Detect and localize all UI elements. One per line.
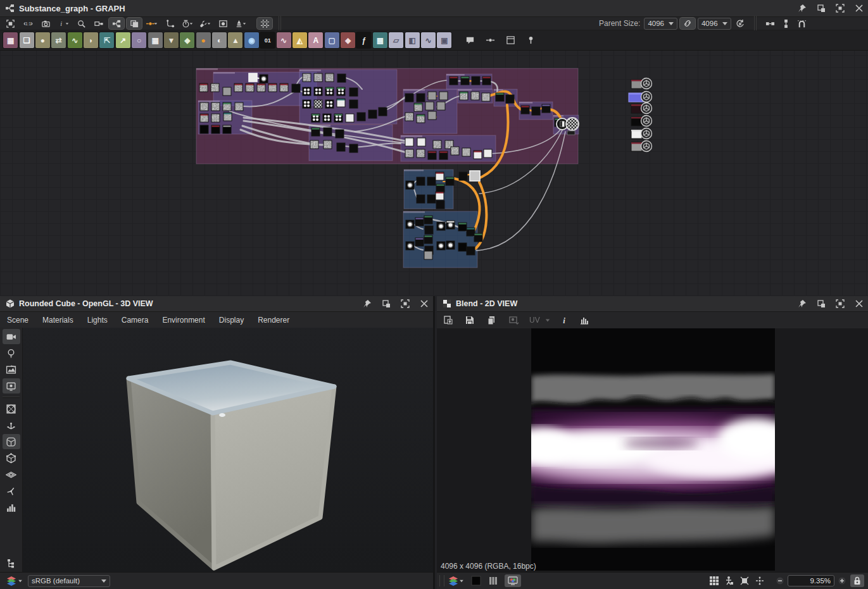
zoom-in-button[interactable] [835, 574, 849, 587]
pin-icon[interactable] [797, 299, 807, 309]
palette-mirror-button[interactable]: ◭ [292, 32, 307, 48]
color-layers-icon[interactable] [6, 576, 16, 586]
colorspace-select[interactable]: sRGB (default) [28, 575, 110, 587]
frame-select-button[interactable] [3, 18, 18, 29]
palette-bitmap-button[interactable]: ▦ [3, 32, 18, 48]
lock-zoom-icon[interactable] [850, 574, 864, 587]
palette-generator-curve-button[interactable]: ∿ [421, 32, 436, 48]
palette-generator-gradient-button[interactable]: ◧ [405, 32, 420, 48]
layers-color-icon[interactable] [448, 576, 458, 586]
actual-size-move-icon[interactable] [753, 574, 767, 587]
menu-environment[interactable]: Environment [155, 312, 211, 328]
menu-materials[interactable]: Materials [35, 312, 80, 328]
light-bulb-button[interactable] [3, 345, 20, 361]
environment-image-button[interactable] [3, 362, 20, 377]
thumbnail-image-button[interactable] [215, 18, 230, 29]
grid-snap-button[interactable] [257, 18, 272, 29]
palette-levels-button[interactable]: ▲ [228, 32, 242, 48]
palette-text-button[interactable]: A [308, 32, 323, 48]
palette-transformation-button[interactable]: ⇱ [99, 32, 114, 48]
palette-frame-node-button[interactable] [504, 34, 518, 47]
screenshot-camera-button[interactable] [38, 18, 53, 29]
palette-grayscale-conversion-button[interactable]: ◐ [212, 32, 227, 48]
rgb-monitor-icon[interactable] [505, 574, 521, 587]
display-monitor-button[interactable] [3, 378, 20, 394]
graph-view-button[interactable] [109, 18, 124, 29]
mannequin-icon[interactable] [722, 574, 736, 587]
palette-gradient-axial-button[interactable]: ● [196, 32, 211, 48]
palette-gradient-map-button[interactable]: ◆ [180, 32, 194, 48]
save-image-icon[interactable] [462, 314, 477, 326]
palette-pin-node-button[interactable] [524, 34, 538, 47]
close-icon[interactable] [419, 299, 429, 309]
maximize-icon[interactable] [400, 299, 410, 309]
palette-fx-map-button[interactable]: ▦ [148, 32, 163, 48]
menu-display[interactable]: Display [212, 312, 251, 328]
tools-wrench-button[interactable] [198, 18, 213, 29]
palette-gradient-linear-button[interactable]: ▼ [164, 32, 179, 48]
palette-transformation-2d-button[interactable]: ▢ [325, 32, 339, 48]
clean-brush-button[interactable] [233, 18, 248, 29]
menu-renderer[interactable]: Renderer [251, 312, 296, 328]
palette-blend-button[interactable]: ❏ [20, 32, 34, 48]
drag-handle[interactable] [439, 575, 444, 586]
palette-generator-square-button[interactable]: ▣ [437, 32, 451, 48]
snap-magnet-button[interactable] [797, 19, 807, 28]
copy-image-icon[interactable] [484, 314, 499, 326]
layers-stack-button[interactable] [127, 18, 142, 29]
palette-comment-bubble-button[interactable] [463, 34, 477, 47]
geometry-plane-grid-button[interactable] [3, 401, 20, 416]
palette-directional-blur-button[interactable]: ◗ [84, 32, 98, 48]
camera-video-button[interactable] [3, 329, 20, 344]
palette-value-processor-button[interactable]: ƒ [356, 32, 371, 48]
palette-directional-warp-button[interactable]: ↗ [116, 32, 130, 48]
scene-tree-icon[interactable] [3, 555, 20, 571]
compute-timer-button[interactable] [180, 18, 195, 29]
menu-scene[interactable]: Scene [0, 312, 35, 328]
zoom-level-input[interactable] [788, 575, 834, 586]
info-display-button[interactable]: i [56, 18, 71, 29]
fit-view-icon[interactable] [738, 574, 752, 587]
pin-icon[interactable] [362, 299, 372, 309]
geometry-fan-button[interactable] [3, 483, 20, 499]
actual-size-button[interactable]: 1:1 [20, 18, 35, 29]
info-icon[interactable]: i [557, 314, 572, 326]
export-image-icon[interactable] [441, 314, 456, 326]
palette-uniform-color-button[interactable]: ◆ [341, 32, 355, 48]
dot-link-orange-button[interactable] [144, 18, 160, 29]
zoom-out-button[interactable] [773, 574, 787, 587]
parent-height-select[interactable]: 4096 [698, 18, 731, 30]
palette-generator-svg-button[interactable]: ▱ [389, 32, 403, 48]
histogram-icon[interactable] [577, 314, 592, 326]
palette-curve-button[interactable]: ∿ [68, 32, 82, 48]
reset-size-button[interactable] [733, 18, 748, 29]
menu-lights[interactable]: Lights [80, 312, 115, 328]
palette-dot-node-button[interactable] [484, 34, 498, 47]
grid-tiles-icon[interactable] [707, 574, 721, 587]
spread-horizontal-button[interactable] [765, 19, 775, 28]
spread-vertical-button[interactable] [781, 19, 791, 28]
geometry-rounded-cube-button[interactable] [3, 434, 20, 449]
elbow-link-button[interactable] [162, 18, 177, 29]
palette-bit-depth-01-button[interactable]: 01 [260, 32, 275, 48]
search-button[interactable] [73, 18, 89, 29]
stats-bars-button[interactable] [3, 500, 20, 515]
geometry-cube-button[interactable] [3, 450, 20, 466]
graph-canvas[interactable] [0, 51, 868, 296]
menu-camera[interactable]: Camera [115, 312, 156, 328]
close-icon[interactable] [854, 3, 864, 13]
palette-hsl-button[interactable]: ◉ [244, 32, 259, 48]
float-window-icon[interactable] [381, 299, 391, 309]
link-size-button[interactable] [680, 18, 695, 29]
palette-emboss-button[interactable]: ○ [132, 32, 146, 48]
palette-channel-shuffle-button[interactable]: ⇄ [51, 32, 66, 48]
maximize-icon[interactable] [835, 3, 845, 13]
palette-spline-button[interactable]: ∿ [277, 32, 291, 48]
float-window-icon[interactable] [816, 3, 826, 13]
background-swatch[interactable] [469, 574, 483, 587]
float-window-icon[interactable] [816, 299, 826, 309]
palette-warp-button[interactable]: ▩ [373, 32, 387, 48]
pin-icon[interactable] [797, 3, 807, 13]
view3d-viewport[interactable] [23, 328, 433, 573]
view2d-viewport[interactable]: 4096 x 4096 (RGBA, 16bpc) [437, 328, 868, 573]
